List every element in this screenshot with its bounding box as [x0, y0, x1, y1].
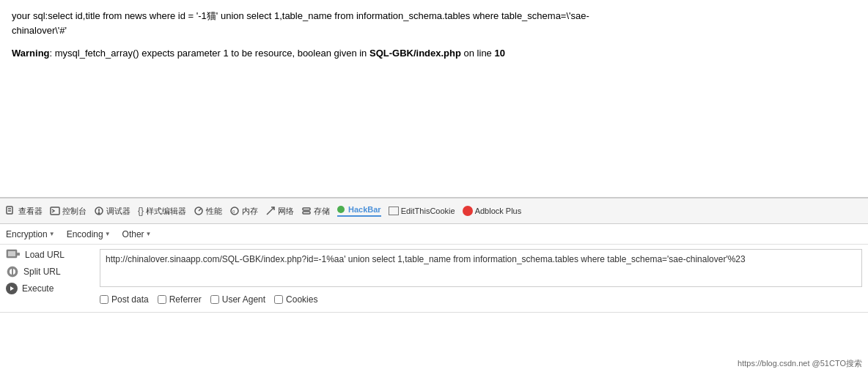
encryption-arrow: ▼: [49, 231, 55, 237]
hackbar-main-content: Load URL Split URL Execute: [0, 245, 868, 312]
console-label: 控制台: [62, 206, 87, 217]
post-data-checkbox-item[interactable]: Post data: [100, 294, 149, 305]
performance-button[interactable]: 性能: [194, 206, 222, 217]
memory-label: 内存: [242, 206, 258, 217]
other-label: Other: [122, 229, 144, 239]
editthiscookie-button[interactable]: EditThisCookie: [389, 207, 455, 215]
post-data-row: Post data Referrer User Agent Cookies: [100, 291, 862, 308]
warning-text: : mysql_fetch_array() expects parameter …: [50, 48, 369, 59]
hackbar-tab[interactable]: HackBar: [337, 205, 381, 217]
content-area: your sql:select id,title from news where…: [0, 0, 868, 198]
svg-marker-20: [10, 286, 14, 291]
post-data-checkbox[interactable]: [100, 295, 108, 304]
console-icon: [50, 206, 60, 216]
execute-icon: [6, 283, 18, 294]
network-label: 网络: [278, 206, 294, 217]
network-icon: [265, 206, 276, 216]
load-url-label: Load URL: [25, 250, 65, 260]
console-button[interactable]: 控制台: [50, 206, 87, 217]
inspect-label: 查看器: [18, 206, 43, 217]
hackbar-dot: [337, 206, 345, 213]
inspect-button[interactable]: 查看器: [6, 206, 43, 217]
referrer-checkbox-item[interactable]: Referrer: [158, 294, 202, 305]
warning-suffix: on line: [461, 48, 495, 59]
watermark-suffix: @51CTO搜索: [812, 359, 862, 368]
svg-rect-19: [12, 267, 13, 277]
performance-label: 性能: [206, 206, 222, 217]
svg-text:0: 0: [232, 209, 235, 214]
split-url-label: Split URL: [23, 267, 61, 277]
cookies-label: Cookies: [286, 294, 317, 305]
svg-line-8: [199, 209, 201, 211]
watermark-url: https://blog.csdn.net: [738, 359, 809, 368]
execute-play-icon: [8, 285, 15, 292]
devtools-toolbar: 查看器 控制台 调试器 {} 样式编辑器 性能 0 内存: [0, 198, 868, 224]
url-input[interactable]: http://chinalover.sinaapp.com/SQL-GBK/in…: [100, 249, 862, 287]
hackbar-menu-row: Encryption ▼ Encoding ▼ Other ▼: [0, 224, 868, 245]
execute-button[interactable]: Execute: [6, 283, 94, 294]
sql-output: your sql:select id,title from news where…: [12, 9, 856, 37]
watermark: https://blog.csdn.net @51CTO搜索: [738, 358, 862, 369]
style-editor-label: 样式编辑器: [146, 206, 186, 217]
storage-button[interactable]: 存储: [301, 206, 330, 217]
warning-message: Warning: mysql_fetch_array() expects par…: [12, 46, 856, 61]
encryption-menu[interactable]: Encryption ▼: [6, 229, 55, 239]
referrer-checkbox[interactable]: [158, 295, 166, 304]
user-agent-checkbox-item[interactable]: User Agent: [210, 294, 265, 305]
adblock-label: Adblock Plus: [475, 207, 522, 215]
hackbar-url-area: http://chinalover.sinaapp.com/SQL-GBK/in…: [100, 249, 862, 308]
style-editor-button[interactable]: {} 样式编辑器: [138, 206, 186, 217]
adblock-button[interactable]: Adblock Plus: [463, 206, 522, 216]
load-url-icon: [6, 249, 21, 261]
debugger-icon: [94, 206, 104, 216]
warning-label: Warning: [12, 48, 50, 59]
hackbar-label: HackBar: [348, 205, 381, 214]
network-button[interactable]: 网络: [265, 206, 294, 217]
style-icon: {}: [138, 206, 144, 216]
split-url-icon: [6, 265, 19, 278]
memory-icon: 0: [229, 206, 240, 216]
split-url-button[interactable]: Split URL: [6, 265, 94, 278]
hackbar-panel: Encryption ▼ Encoding ▼ Other ▼ Load URL: [0, 224, 868, 313]
warning-line: 10: [494, 48, 504, 59]
other-arrow: ▼: [146, 231, 152, 237]
post-data-label: Post data: [111, 294, 149, 305]
svg-rect-15: [8, 251, 15, 256]
encoding-menu[interactable]: Encoding ▼: [67, 229, 111, 239]
svg-point-6: [98, 212, 100, 214]
hackbar-action-buttons: Load URL Split URL Execute: [6, 249, 94, 294]
debugger-button[interactable]: 调试器: [94, 206, 130, 217]
svg-rect-12: [303, 208, 310, 210]
cookies-checkbox[interactable]: [274, 295, 283, 304]
inspect-icon: [6, 206, 16, 216]
svg-rect-16: [17, 253, 20, 256]
svg-rect-13: [303, 212, 310, 214]
storage-label: 存储: [314, 206, 330, 217]
svg-rect-0: [7, 207, 12, 214]
encryption-label: Encryption: [6, 229, 48, 239]
performance-icon: [194, 206, 204, 216]
cookies-checkbox-item[interactable]: Cookies: [274, 294, 317, 305]
storage-icon: [301, 206, 312, 216]
editthiscookie-label: EditThisCookie: [401, 207, 455, 215]
load-url-button[interactable]: Load URL: [6, 249, 94, 261]
sql-line1: your sql:select id,title from news where…: [12, 10, 589, 21]
encoding-arrow: ▼: [105, 231, 111, 237]
user-agent-checkbox[interactable]: [210, 295, 219, 304]
warning-file: SQL-GBK/index.php: [369, 48, 461, 59]
referrer-label: Referrer: [169, 294, 202, 305]
other-menu[interactable]: Other ▼: [122, 229, 152, 239]
user-agent-label: User Agent: [222, 294, 265, 305]
adblock-icon: [463, 206, 473, 216]
editthiscookie-icon: [389, 207, 399, 215]
svg-line-11: [267, 207, 274, 215]
sql-line2: chinalover\'#': [12, 25, 67, 36]
debugger-label: 调试器: [106, 206, 130, 217]
encoding-label: Encoding: [67, 229, 103, 239]
execute-label: Execute: [22, 283, 54, 294]
memory-button[interactable]: 0 内存: [229, 206, 258, 217]
